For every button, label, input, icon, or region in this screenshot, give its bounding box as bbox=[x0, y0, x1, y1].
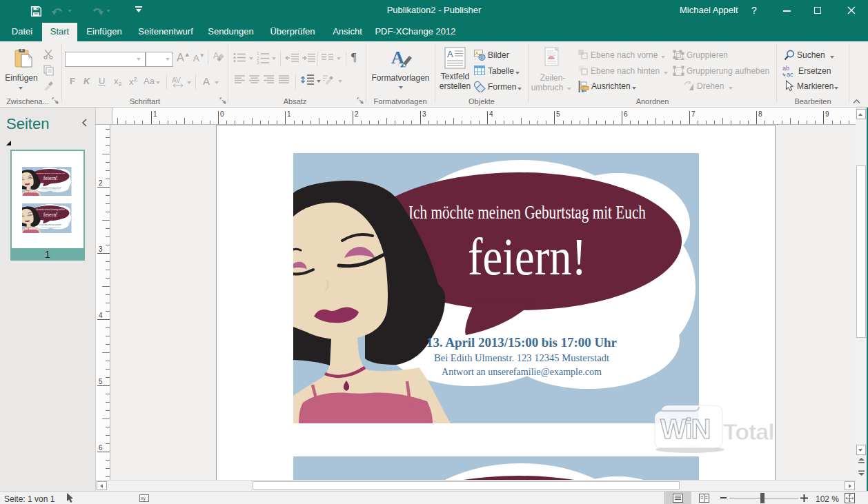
svg-text:4: 4 bbox=[99, 312, 103, 319]
svg-text:2: 2 bbox=[99, 179, 103, 187]
svg-text:3: 3 bbox=[257, 60, 259, 64]
svg-text:ac: ac bbox=[787, 71, 793, 77]
svg-text:5: 5 bbox=[99, 378, 103, 385]
svg-text:3: 3 bbox=[99, 245, 103, 253]
svg-text:xy: xy bbox=[141, 496, 146, 501]
svg-text:6: 6 bbox=[99, 444, 103, 452]
svg-text:WiN: WiN bbox=[660, 414, 710, 444]
svg-text:A: A bbox=[447, 49, 453, 59]
svg-text:AV: AV bbox=[172, 77, 181, 84]
svg-text:Total: Total bbox=[723, 419, 774, 445]
